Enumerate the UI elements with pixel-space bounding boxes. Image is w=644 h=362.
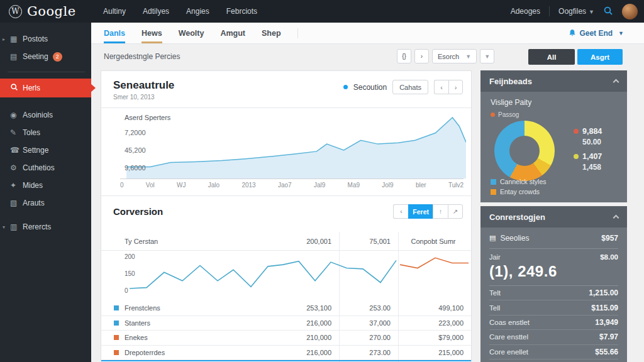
divider (101, 107, 471, 108)
chevron-right-icon[interactable]: ▸ (3, 36, 5, 42)
series-swatch (114, 350, 119, 355)
filter-button[interactable]: Feret (408, 204, 433, 219)
next-button[interactable]: › (448, 80, 463, 94)
table-row: Frenstclens253,100 253.00 499,100 (101, 301, 471, 316)
series-swatch (114, 305, 119, 310)
all-button[interactable]: All (528, 49, 575, 65)
series-swatch (114, 321, 119, 326)
sidebar-item-active[interactable]: Herls (0, 79, 91, 97)
visits-donut-chart (494, 121, 555, 181)
x-axis-label: Jol9 (382, 182, 393, 189)
prev-button[interactable]: ‹ (393, 204, 408, 219)
search-select[interactable]: Esorch ▼ (432, 49, 477, 63)
collapse-icon[interactable] (613, 215, 619, 221)
sidebar-item[interactable]: ✦ Mides (0, 177, 91, 194)
row-value: 13,949 (595, 318, 618, 327)
divider (8, 72, 85, 72)
sidebar-item-label: Asoiniols (23, 111, 53, 119)
collapse-icon[interactable] (613, 79, 619, 85)
export-button[interactable]: ↗ (448, 204, 463, 219)
panel-row: ▤ Seeolies $957 (489, 228, 618, 249)
row-label: Core enellet (489, 348, 528, 356)
spark-line-current (130, 260, 396, 288)
y-axis-label: 7,2000 (125, 129, 146, 136)
cell-value: 253.00 (339, 304, 398, 312)
panel-header: Feijnbeads (480, 70, 627, 92)
column-header: 200,001 (306, 238, 331, 245)
charts-button[interactable]: Cahats (392, 80, 428, 94)
panel-title: Feijnbeads (489, 77, 532, 86)
dropdown-button[interactable]: ▼ (480, 49, 494, 63)
legend-swatch (491, 189, 496, 195)
divider (549, 6, 550, 16)
row-label: Care ensttel (489, 333, 528, 341)
tab-active[interactable]: Danls (104, 23, 125, 43)
sidebar-item-settings-badge[interactable]: ▤ Seeting 2 (0, 48, 91, 65)
y-axis-label: 0 (125, 287, 128, 294)
date-range-button[interactable]: Geet End ▼ (569, 23, 624, 43)
sidebar-item[interactable]: ⚙ Cuthetios (0, 159, 91, 177)
sidebar-item-label: Settnge (23, 146, 48, 155)
topbar-link[interactable]: Adeoges (511, 7, 540, 16)
topbar-menu-item[interactable]: Aultiny (103, 7, 126, 16)
search-icon[interactable] (603, 6, 613, 18)
legend-label: Cannelck styles (500, 178, 547, 185)
topbar-menu-item[interactable]: Angies (186, 7, 209, 16)
cell-value: 37,000 (339, 319, 398, 327)
topbar-dropdown-label: Oogfiles (558, 7, 586, 16)
next-button[interactable]: › (414, 49, 429, 63)
up-button[interactable]: ↑ (433, 204, 448, 219)
topbar-menu-item[interactable]: Febrciots (226, 7, 257, 16)
x-axis-label: Jalo (208, 182, 219, 189)
assign-button[interactable]: Asgrt (577, 49, 623, 65)
row-value: $957 (601, 234, 618, 243)
sidebar-item-label: Cuthetios (23, 163, 55, 172)
legend-label: Passog (498, 111, 519, 118)
tab[interactable]: Amgut (220, 23, 245, 43)
prev-button[interactable]: ‹ (434, 80, 448, 94)
cell-value: 253,100 (306, 304, 331, 312)
sidebar-item-posts[interactable]: ▸ ▦ Postots (0, 30, 91, 48)
legend-dot (343, 85, 348, 89)
panel-row: Tell $115.09 (489, 300, 618, 315)
cell-value: 273.00 (339, 349, 398, 356)
toolbar: Nergedestngle Percies {} › Esorch ▼ ▼ Al… (91, 44, 644, 69)
sidebar-item[interactable]: ☎ Settnge (0, 141, 91, 159)
logo[interactable]: W Google (0, 4, 94, 19)
cell-value: 223,000 (398, 319, 472, 327)
chevron-down-icon: ▼ (465, 53, 471, 60)
row-label: Coas enstlet (489, 319, 530, 326)
topbar-menu-item[interactable]: Adtilyes (143, 7, 169, 16)
x-axis-label: Vol (146, 182, 155, 189)
chevron-down-icon[interactable]: ▾ (3, 224, 5, 230)
tab[interactable]: Shep (262, 23, 281, 43)
stat-subvalue: 50.00 (582, 138, 602, 146)
sidebar-item-reports[interactable]: ▾ ▥ Rerercts (0, 218, 91, 236)
sidebar-item-label: Arauts (23, 199, 45, 207)
row-label: Jair (489, 253, 501, 261)
sidebar-item[interactable]: ▧ Arauts (0, 194, 91, 212)
panel-title: Conrerstogjen (489, 212, 545, 222)
pages-icon: ▤ (10, 52, 23, 61)
sidebar-item[interactable]: ◉ Asoiniols (0, 106, 91, 124)
top-admin-bar: W Google Aultiny Adtilyes Angies Febrcio… (0, 0, 644, 23)
avatar[interactable] (622, 4, 638, 19)
legend-dot (574, 154, 579, 159)
legend-swatch (491, 179, 496, 185)
table-row: Enekes210,000 270.00 $79,000 (101, 331, 471, 346)
table-row: Stanters216,000 37,000 223,000 (101, 316, 471, 331)
tab[interactable]: Weolty (179, 23, 204, 43)
panel-header: Conrerstogjen (480, 206, 627, 228)
breadcrumb: Nergedestngle Percies (104, 52, 180, 61)
panel-subtitle: Vislige Paity (491, 98, 531, 107)
tab[interactable]: Hews (142, 23, 162, 43)
row-label: Enekes (125, 334, 306, 341)
topbar-dropdown[interactable]: Oogfiles▼ (558, 7, 594, 16)
column-header: 75,001 (339, 238, 398, 245)
stat-item: 1,407 1,458 (574, 152, 602, 172)
box-icon: ▧ (10, 199, 23, 207)
code-button[interactable]: {} (397, 49, 411, 63)
column-header: Ty Cerstan (125, 238, 158, 245)
sidebar-item[interactable]: ✎ Toles (0, 124, 91, 141)
legend-item: Cannelck styles (491, 178, 547, 185)
